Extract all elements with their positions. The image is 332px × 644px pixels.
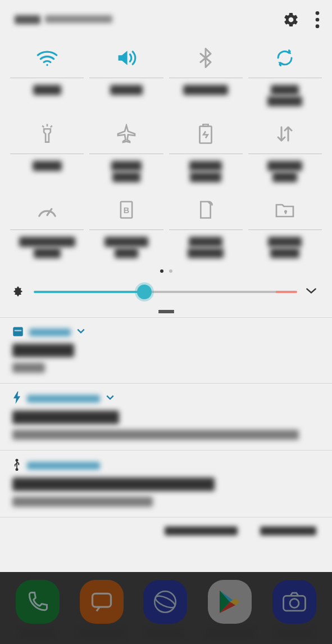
tile-performance[interactable] — [10, 193, 84, 259]
notif-app-name — [27, 462, 100, 470]
notif-subtitle — [12, 363, 45, 373]
tile-wifi[interactable] — [10, 42, 84, 107]
tile-powersave[interactable] — [169, 118, 243, 183]
notif-app-name — [27, 395, 100, 403]
document-b-icon: B — [119, 193, 134, 226]
bluetooth-icon — [199, 42, 212, 74]
wifi-icon — [36, 42, 58, 74]
dock-app-internet[interactable] — [143, 580, 187, 637]
tile-label — [267, 160, 302, 183]
svg-rect-15 — [15, 330, 22, 332]
tile-airplane[interactable] — [89, 118, 163, 183]
brightness-thumb[interactable] — [137, 285, 152, 299]
tile-label — [183, 84, 228, 96]
dock-label — [207, 629, 252, 637]
torch-icon — [39, 118, 56, 150]
panel-header — [0, 7, 332, 36]
updown-icon — [275, 118, 295, 150]
svg-point-0 — [316, 11, 320, 15]
clear-all-button[interactable] — [260, 526, 316, 535]
svg-rect-14 — [13, 327, 23, 336]
tile-secure[interactable] — [248, 193, 322, 259]
tile-bluelight[interactable]: B — [89, 193, 163, 259]
tile-label — [110, 84, 143, 96]
svg-point-18 — [16, 469, 17, 470]
tile-label — [33, 84, 61, 96]
calendar-icon — [12, 326, 24, 339]
bolt-icon — [12, 391, 21, 406]
brightness-row — [0, 281, 332, 307]
gauge-icon — [37, 193, 58, 226]
page-dot-2[interactable] — [169, 269, 172, 273]
secure-folder-icon — [275, 193, 295, 226]
tile-label — [19, 236, 75, 259]
more-icon[interactable] — [315, 11, 320, 28]
notification-actions — [0, 517, 332, 546]
tile-autorotate[interactable] — [248, 42, 322, 107]
dock-label — [147, 629, 183, 637]
tile-sound[interactable] — [89, 42, 163, 107]
notif-subtitle — [12, 497, 153, 507]
svg-point-1 — [316, 18, 320, 22]
dock-app-phone[interactable] — [16, 580, 60, 637]
notif-title — [12, 411, 119, 424]
notif-title — [12, 344, 74, 357]
dock-app-camera[interactable] — [272, 580, 316, 637]
quick-settings-tiles: B — [0, 36, 332, 265]
brightness-slider[interactable] — [34, 291, 297, 293]
sound-icon — [115, 42, 138, 74]
svg-text:B: B — [124, 206, 129, 215]
dock-label — [277, 629, 312, 637]
chevron-down-icon[interactable] — [106, 393, 115, 404]
notification-area — [0, 317, 332, 546]
svg-rect-8 — [203, 124, 208, 127]
page-dot-1[interactable] — [160, 269, 163, 273]
page-indicator — [0, 265, 332, 281]
autorotate-icon — [275, 42, 295, 74]
notification-card[interactable] — [0, 317, 332, 383]
svg-line-5 — [42, 125, 44, 127]
dock-app-messages[interactable] — [80, 580, 124, 637]
quick-settings-panel: B — [0, 0, 332, 317]
tile-torch[interactable] — [10, 118, 84, 183]
tile-mobiledata[interactable] — [248, 118, 322, 183]
app-dock — [0, 572, 332, 644]
notif-app-name — [29, 328, 71, 336]
expand-brightness-icon[interactable] — [305, 285, 317, 299]
tile-label — [104, 236, 148, 259]
tile-label — [33, 160, 62, 172]
tile-label — [267, 84, 302, 107]
notification-card[interactable] — [0, 383, 332, 450]
tile-label — [188, 236, 224, 259]
svg-point-3 — [46, 64, 48, 66]
notif-title — [12, 478, 215, 491]
panel-drag-handle[interactable] — [0, 307, 332, 317]
hotspot-icon — [198, 193, 213, 226]
dock-app-playstore[interactable] — [207, 580, 252, 637]
time-text — [15, 15, 40, 24]
airplane-icon — [116, 118, 137, 150]
tile-label — [189, 160, 222, 183]
tile-bluetooth[interactable] — [169, 42, 243, 107]
dock-label — [80, 629, 124, 637]
svg-rect-19 — [92, 593, 111, 607]
tile-label — [268, 236, 302, 259]
notif-subtitle — [12, 430, 299, 440]
battery-recycle-icon — [198, 118, 213, 150]
chevron-down-icon[interactable] — [76, 327, 85, 338]
svg-point-2 — [316, 24, 320, 28]
usb-icon — [12, 458, 21, 473]
settings-icon[interactable] — [283, 11, 299, 28]
svg-line-6 — [50, 125, 52, 127]
tile-label — [111, 160, 142, 183]
brightness-icon — [10, 283, 26, 301]
date-text — [45, 15, 112, 23]
tile-hotspot[interactable] — [169, 193, 243, 259]
svg-point-23 — [290, 599, 299, 608]
date-time — [15, 15, 283, 24]
noti-settings-button[interactable] — [165, 526, 238, 535]
dock-label — [22, 629, 53, 637]
svg-point-21 — [154, 593, 176, 610]
notification-card[interactable] — [0, 450, 332, 517]
